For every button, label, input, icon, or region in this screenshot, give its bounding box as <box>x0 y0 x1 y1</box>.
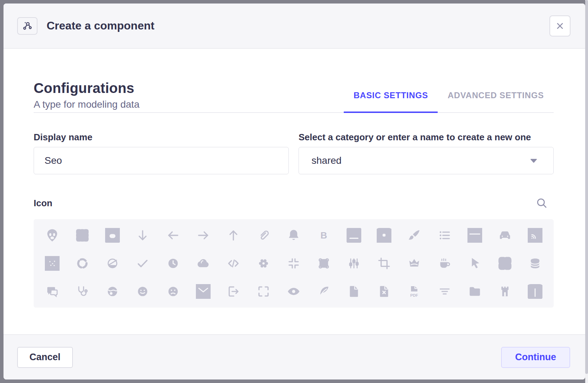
section-heading: Configurations A type for modeling data <box>34 80 139 112</box>
arrow-up-icon[interactable] <box>218 221 248 249</box>
discuss-icon[interactable] <box>37 277 67 305</box>
feather-icon[interactable] <box>309 277 339 305</box>
archive-icon[interactable] <box>97 221 128 249</box>
gate-icon[interactable] <box>490 277 520 305</box>
category-field: Select a category or enter a name to cre… <box>299 132 554 174</box>
chevron-down-icon <box>529 157 538 164</box>
cog-icon[interactable] <box>248 249 279 277</box>
car-icon[interactable] <box>490 221 520 249</box>
icon-label: Icon <box>34 198 52 209</box>
code-icon[interactable] <box>218 249 248 277</box>
file-error-icon[interactable] <box>369 277 399 305</box>
page-scrollbar[interactable] <box>585 0 588 383</box>
crop-icon[interactable] <box>369 249 399 277</box>
chart-bubble-icon[interactable] <box>37 249 67 277</box>
earth-icon[interactable] <box>97 277 128 305</box>
component-icon <box>22 20 33 32</box>
modal-footer: Cancel Continue <box>4 334 585 379</box>
gift-icon[interactable] <box>520 277 550 305</box>
display-name-field: Display name <box>34 132 289 174</box>
close-icon <box>555 21 565 31</box>
folder-icon[interactable] <box>460 277 490 305</box>
display-name-input[interactable] <box>34 147 289 174</box>
icon-grid: BPDF <box>34 219 554 308</box>
svg-text:PDF: PDF <box>410 293 418 297</box>
tab-advanced-settings[interactable]: ADVANCED SETTINGS <box>438 90 554 112</box>
filter-icon[interactable] <box>430 277 460 305</box>
attachment-icon[interactable] <box>248 221 279 249</box>
bullet-list-icon[interactable] <box>430 221 460 249</box>
settings-tabs: BASIC SETTINGS ADVANCED SETTINGS <box>344 90 554 112</box>
category-label: Select a category or enter a name to cre… <box>299 132 554 143</box>
bell-icon[interactable] <box>279 221 309 249</box>
doctor-icon[interactable] <box>67 277 97 305</box>
brush-icon[interactable] <box>399 221 429 249</box>
page-subtitle: A type for modeling data <box>34 99 139 112</box>
envelop-icon[interactable] <box>188 277 218 305</box>
emotion-happy-icon[interactable] <box>128 277 158 305</box>
cup-icon[interactable] <box>430 249 460 277</box>
close-button[interactable] <box>549 15 570 36</box>
dimmed-backdrop: Create a component Configurations A type… <box>0 0 588 383</box>
command-icon[interactable] <box>309 249 339 277</box>
display-name-label: Display name <box>34 132 289 143</box>
alien-icon[interactable] <box>37 221 67 249</box>
eye-icon[interactable] <box>279 277 309 305</box>
icon-search-button[interactable] <box>535 197 548 209</box>
continue-button[interactable]: Continue <box>501 347 570 368</box>
create-component-modal: Create a component Configurations A type… <box>4 4 585 379</box>
form-fields-row: Display name Select a category or enter … <box>34 132 554 174</box>
arrow-down-icon[interactable] <box>128 221 158 249</box>
database-icon[interactable] <box>520 249 550 277</box>
arrow-right-icon[interactable] <box>188 221 218 249</box>
tab-basic-settings[interactable]: BASIC SETTINGS <box>344 90 438 112</box>
modal-header: Create a component <box>4 4 585 49</box>
briefcase-icon[interactable] <box>369 221 399 249</box>
arrow-left-icon[interactable] <box>158 221 188 249</box>
file-icon[interactable] <box>339 277 369 305</box>
cloud-icon[interactable] <box>188 249 218 277</box>
dashboard-icon[interactable] <box>490 249 520 277</box>
category-select[interactable]: shared <box>299 147 554 174</box>
expand-icon[interactable] <box>248 277 279 305</box>
modal-body: Configurations A type for modeling data … <box>4 49 585 334</box>
cancel-button[interactable]: Cancel <box>17 347 73 368</box>
icon-picker-header: Icon <box>34 197 554 209</box>
clock-icon[interactable] <box>158 249 188 277</box>
crown-icon[interactable] <box>399 249 429 277</box>
file-pdf-icon[interactable]: PDF <box>399 277 429 305</box>
search-icon <box>535 197 548 209</box>
chart-circle-icon[interactable] <box>67 249 97 277</box>
book-icon[interactable] <box>339 221 369 249</box>
connector-icon[interactable] <box>339 249 369 277</box>
active-tab-underline <box>344 112 438 113</box>
calendar-icon[interactable] <box>460 221 490 249</box>
bold-icon[interactable]: B <box>309 221 339 249</box>
exit-icon[interactable] <box>218 277 248 305</box>
category-select-value: shared <box>312 155 342 166</box>
modal-title: Create a component <box>47 19 155 32</box>
cast-icon[interactable] <box>520 221 550 249</box>
page-title: Configurations <box>34 80 139 96</box>
collapse-icon[interactable] <box>279 249 309 277</box>
page-scrollbar-thumb[interactable] <box>585 0 588 374</box>
emotion-unhappy-icon[interactable] <box>158 277 188 305</box>
chart-pie-icon[interactable] <box>97 249 128 277</box>
section-header-row: Configurations A type for modeling data … <box>34 80 554 113</box>
cursor-icon[interactable] <box>460 249 490 277</box>
component-icon-box <box>17 17 37 35</box>
check-icon[interactable] <box>128 249 158 277</box>
svg-text:B: B <box>321 230 327 241</box>
apps-icon[interactable] <box>67 221 97 249</box>
